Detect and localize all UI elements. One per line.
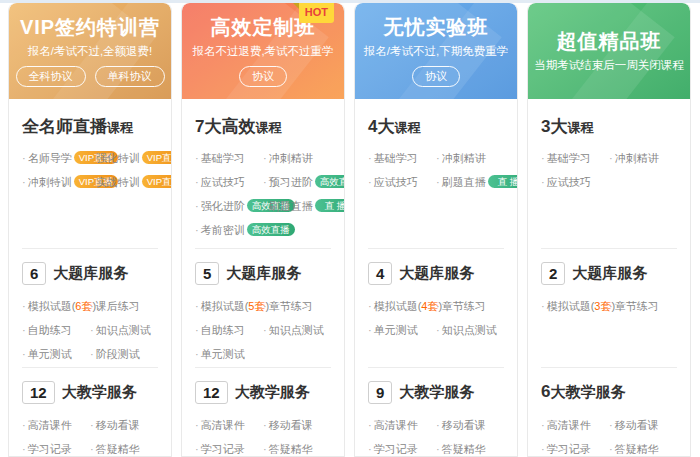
bullet-dot: · — [609, 300, 613, 312]
feature-list: ·高清课件·移动看课·学习记录·答疑精华·支持下载·1h快速答疑 — [22, 418, 158, 457]
item-label: 阶段测试 — [96, 348, 140, 360]
agreement-buttons: 全科协议单科协议 — [16, 66, 165, 87]
agreement-button[interactable]: 单科协议 — [95, 66, 165, 87]
service-title-label: 大题库服务 — [226, 264, 301, 283]
item-label: 课后练习 — [96, 300, 140, 312]
card-subtitle: 当期考试结束后一周关闭课程 — [534, 58, 684, 73]
card-body: 4大课程·基础学习·冲刺精讲·应试技巧·刷题直播直 播4大题库服务·模拟试题(4… — [355, 99, 517, 457]
list-item: ·自助练习 — [22, 323, 90, 337]
bullet-dot: · — [90, 300, 94, 312]
teaching-service-section-title: 9大教学服务 — [368, 379, 504, 405]
list-item: ·冲刺精讲 — [609, 151, 677, 165]
course-section-title: 全名师直播课程 — [22, 115, 158, 138]
item-label: 答疑精华 — [615, 443, 659, 455]
agreement-button[interactable]: 协议 — [239, 66, 287, 87]
agreement-buttons: 协议 — [412, 66, 460, 87]
course-section-title: 4大课程 — [368, 115, 504, 138]
bullet-dot: · — [609, 152, 613, 164]
bullet-dot: · — [368, 300, 372, 312]
bullet-dot: · — [609, 419, 613, 431]
bullet-dot: · — [263, 443, 267, 455]
bullet-dot: · — [263, 200, 267, 212]
feature-list: ·基础学习·冲刺精讲·应试技巧 — [541, 151, 677, 189]
question-bank-section: 6大题库服务·模拟试题(6套)·课后练习·自助练习·知识点测试·单元测试·阶段测… — [22, 249, 158, 368]
service-title-label: 大题库服务 — [399, 264, 474, 283]
list-item: ·高清课件 — [22, 418, 90, 432]
card-body: 3大课程·基础学习·冲刺精讲·应试技巧2大题库服务·模拟试题(3套)·章节练习6… — [528, 99, 690, 457]
item-label: 应试技巧 — [201, 176, 245, 188]
course-title-main: 全名师直播 — [22, 117, 107, 136]
agreement-button[interactable]: 全科协议 — [16, 66, 86, 87]
feature-list: ·高清课件·移动看课·学习记录·答疑精华·支持下载·8-16h及时答疑 — [195, 418, 331, 457]
list-item: ·刷题直播直 播 — [263, 199, 331, 213]
course-title-suffix: 课程 — [107, 120, 133, 135]
course-card-premium-class: 超值精品班当期考试结束后一周关闭课程3大课程·基础学习·冲刺精讲·应试技巧2大题… — [527, 3, 691, 457]
item-label: 基础学习 — [201, 152, 245, 164]
item-label: 模拟试题( — [201, 300, 249, 312]
course-card-worry-free-class: 无忧实验班报名/考试不过,下期免费重学协议4大课程·基础学习·冲刺精讲·应试技巧… — [354, 3, 518, 457]
course-comparison-cards: VIP签约特训营报名/考试不过,全额退费!全科协议单科协议全名师直播课程·名师导… — [0, 3, 700, 457]
agreement-button[interactable]: 协议 — [412, 66, 460, 87]
item-label: 自助练习 — [201, 324, 245, 336]
list-item: ·章节练习 — [609, 299, 677, 313]
list-item: ·冲刺精讲 — [436, 151, 504, 165]
service-title-label: 大教学服务 — [550, 383, 625, 402]
bullet-dot: · — [195, 443, 199, 455]
bullet-dot: · — [195, 348, 199, 360]
service-title-label: 大教学服务 — [399, 383, 474, 402]
card-title: 超值精品班 — [557, 29, 662, 53]
bullet-dot: · — [90, 324, 94, 336]
item-label: 冲刺精讲 — [269, 152, 313, 164]
service-count: 4 — [368, 262, 392, 285]
question-bank-section: 2大题库服务·模拟试题(3套)·章节练习 — [541, 249, 677, 368]
teaching-service-section: 12大教学服务·高清课件·移动看课·学习记录·答疑精华·支持下载·1h快速答疑 — [22, 368, 158, 457]
card-subtitle: 报名/考试不过,下期免费重学 — [364, 44, 508, 59]
green-live-badge: 高效直播 — [247, 223, 295, 236]
item-label: 强化特训 — [96, 152, 140, 164]
list-item: ·章节练习 — [436, 299, 504, 313]
list-item: ·刷题直播直 播 — [436, 175, 504, 189]
service-count: 12 — [22, 381, 55, 404]
bullet-dot: · — [195, 324, 199, 336]
question-bank-section-title: 6大题库服务 — [22, 260, 158, 286]
question-bank-section-title: 4大题库服务 — [368, 260, 504, 286]
list-item: ·单元测试 — [195, 347, 263, 361]
item-label: 高清课件 — [547, 419, 591, 431]
item-label: 章节练习 — [269, 300, 313, 312]
bullet-dot: · — [22, 419, 26, 431]
feature-list: ·模拟试题(3套)·章节练习 — [541, 299, 677, 313]
course-title-main: 7大高效 — [195, 117, 255, 136]
item-label: 应试技巧 — [374, 176, 418, 188]
item-label: 高清课件 — [201, 419, 245, 431]
item-label: 单元测试 — [201, 348, 245, 360]
list-item: ·强化特训VIP直播 — [90, 151, 158, 165]
card-header: VIP签约特训营报名/考试不过,全额退费!全科协议单科协议 — [9, 3, 171, 99]
item-label: 答疑精华 — [269, 443, 313, 455]
live-live-badge: 直 播 — [315, 199, 345, 212]
item-label: 知识点测试 — [442, 324, 497, 336]
course-section: 全名师直播课程·名师导学VIP直播·强化特训VIP直播·冲刺特训VIP直播·实战… — [22, 99, 158, 249]
bullet-dot: · — [368, 443, 372, 455]
list-item: ·章节练习 — [263, 299, 331, 313]
bullet-dot: · — [22, 348, 26, 360]
course-card-vip-camp: VIP签约特训营报名/考试不过,全额退费!全科协议单科协议全名师直播课程·名师导… — [8, 3, 172, 457]
item-label: 高清课件 — [28, 419, 72, 431]
list-item: ·学习记录 — [368, 442, 436, 456]
bullet-dot: · — [195, 224, 199, 236]
bullet-dot: · — [90, 443, 94, 455]
bullet-dot: · — [541, 176, 545, 188]
service-title-label: 大教学服务 — [235, 383, 310, 402]
item-label: 考前密训 — [201, 224, 245, 236]
list-item: ·强化进阶高效直播 — [195, 199, 263, 213]
bullet-dot: · — [263, 152, 267, 164]
list-item: ·应试技巧 — [368, 175, 436, 189]
bullet-dot: · — [436, 419, 440, 431]
item-label: 基础学习 — [547, 152, 591, 164]
bullet-dot: · — [368, 152, 372, 164]
bullet-dot: · — [368, 176, 372, 188]
list-item: ·应试技巧 — [541, 175, 609, 189]
item-label: 模拟试题( — [28, 300, 76, 312]
item-label: 章节练习 — [615, 300, 659, 312]
feature-list: ·模拟试题(5套)·章节练习·自助练习·知识点测试·单元测试 — [195, 299, 331, 361]
service-count: 9 — [368, 381, 392, 404]
